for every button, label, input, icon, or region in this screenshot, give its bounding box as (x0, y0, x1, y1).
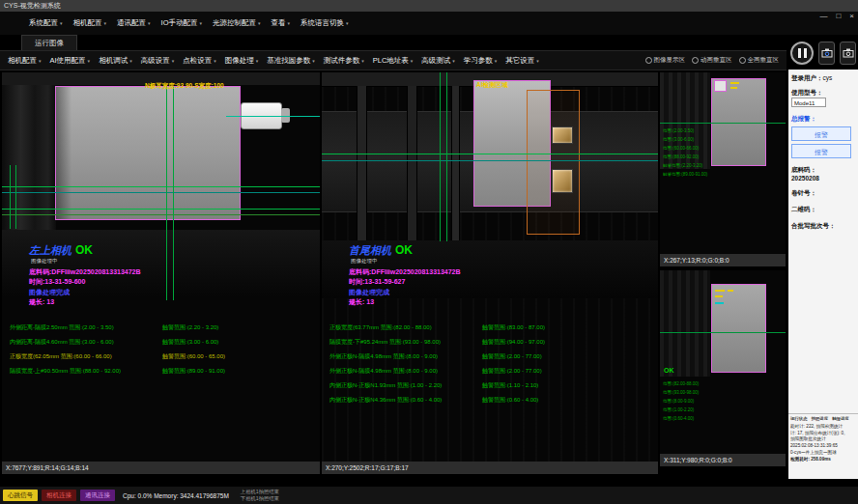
measure-line (2, 214, 320, 215)
length-text: 规长: 13 (29, 297, 54, 307)
camera-view-small-bottom[interactable]: OK 范围:(82.00-88.00) 范围:(93.00-98.00) 范围:… (660, 270, 786, 454)
measure-line (440, 72, 441, 241)
camera-view-middle[interactable]: AI检测区域 首尾相机OK 图像处理中 底料码:DFFIiiw202502081… (322, 72, 658, 462)
tab-contact (552, 169, 573, 193)
process-done-text: 图像处理完成 (349, 288, 389, 297)
alarm-box-1[interactable]: 报警 (791, 126, 851, 141)
camera-button-1[interactable] (818, 42, 835, 65)
stats-header-1: 现行状态 (790, 416, 808, 423)
toolbar-ai-config[interactable]: AI使用配置 (50, 56, 91, 66)
annotation-mark (715, 302, 724, 304)
menu-bar: 系统配置 相机配置 通讯配置 IO手动配置 光源控制配置 查看 系统语言切换 (0, 12, 858, 35)
minimize-button[interactable]: — (819, 11, 827, 22)
status-ok: OK (395, 243, 413, 257)
heartbeat-indicator: 心跳信号 (3, 490, 38, 501)
measure-line (446, 72, 447, 241)
toolbar-image-process[interactable]: 图像处理 (225, 56, 259, 66)
toolbar-datum-params[interactable]: 基准找圆参数 (267, 56, 315, 66)
camera-view-left[interactable]: N极耳宽度:93 90-S宽度:100 左上相机OK 图像处理中 底料码:DFF… (2, 72, 320, 462)
model-select[interactable]: Mode11 (791, 98, 826, 107)
menu-item-light-config[interactable]: 光源控制配置 (213, 18, 261, 28)
alarm-label: 总报警： (791, 115, 855, 124)
model-label: 使用型号： (791, 89, 823, 96)
measurement-row: 内侧正极N-正极N1.93mm 范围:(1.00 - 2.20)触警范围:(1.… (329, 381, 442, 390)
stats-line: 拍照图取批次统计 (790, 436, 856, 443)
mini-text: 触警范围:(2.20-3.20) (663, 163, 702, 168)
toolbar-spot-check[interactable]: 点检设置 (183, 56, 216, 66)
toolbar-learn-params[interactable]: 学习参数 (464, 56, 498, 66)
annotation-text: N极耳宽度:93 90-S宽度:100 (145, 82, 224, 91)
alarm-box-2[interactable]: 报警 (791, 144, 851, 158)
toolbar-camera-debug[interactable]: 相机调试 (99, 56, 132, 66)
login-label: 登录用户： (791, 74, 823, 81)
pause-button[interactable] (790, 42, 814, 65)
measurement-row: 外侧距离-隔膜2.50mm 范围:(2.00 - 3.50)触警范围:(2.20… (10, 323, 114, 332)
stats-panel: 现行状态 拍照进度 触报进度 耗时计: 222, 拍照检测统计 计: 17, 拍… (788, 413, 858, 479)
roi-marker (714, 80, 727, 92)
mini-text: 范围:(8.00-9.00) (663, 399, 694, 404)
measure-line (226, 116, 320, 117)
inspection-region (55, 86, 241, 220)
toolbar-test-params[interactable]: 测试件参数 (324, 56, 364, 66)
toolbar-other-settings[interactable]: 其它设置 (505, 56, 539, 66)
measure-line (2, 192, 320, 193)
camera-icon (821, 48, 833, 58)
menu-item-language[interactable]: 系统语言切换 (300, 18, 349, 28)
maximize-button[interactable]: □ (836, 11, 841, 22)
measurement-row: 隔膜宽度-下#95.24mm 范围:(93.00 - 98.00)触警范围:(9… (329, 338, 441, 347)
menu-item-io-config[interactable]: IO手动配置 (161, 18, 202, 28)
measurement-row: 正极宽度(62.05mm 范围:(60.00 - 66.00)触警范围:(60.… (10, 352, 112, 361)
window-title: CYS-视觉检测系统 (4, 2, 61, 9)
annotation-mark (728, 290, 733, 292)
machine-post (357, 86, 367, 240)
measurement-row: 外侧正极N-隔膜4.98mm 范围:(8.00 - 9.00)触警范围:(2.0… (329, 352, 438, 361)
menu-item-comm-config[interactable]: 通讯配置 (117, 18, 151, 28)
menu-item-system-config[interactable]: 系统配置 (29, 18, 63, 28)
process-done-text: 图像处理完成 (29, 288, 70, 297)
tab-run-image[interactable]: 运行图像 (21, 35, 77, 50)
stats-line: 检测耗时: 258.09ms (790, 457, 856, 463)
measure-line (2, 186, 320, 187)
comm-connection-indicator: 通讯连接 (80, 490, 115, 501)
menu-item-camera-config[interactable]: 相机配置 (73, 18, 107, 28)
status-bar: 心跳信号 相机连接 通讯连接 Cpu: 0.0% Memory: 3424.41… (0, 487, 858, 504)
close-button[interactable]: × (849, 11, 854, 22)
stats-line: 2025:02:08-13:31:39:65 (790, 443, 856, 450)
measure-line (2, 209, 320, 210)
mini-text: 范围:(88.00-92.00) (663, 154, 699, 159)
menu-item-view[interactable]: 查看 (272, 18, 291, 28)
toolbar-advanced-test[interactable]: 高级测试 (421, 56, 455, 66)
mini-text: 范围:(60.00-66.00) (663, 146, 699, 151)
batch-number-label: 合批写批次号： (791, 222, 855, 231)
pause-icon (804, 48, 807, 58)
annotation-mark (715, 290, 725, 292)
capture-messages: 上相机1拍照结束 下相机1拍照结束 (241, 489, 279, 502)
measure-line (10, 165, 11, 229)
ai-roi-box (527, 90, 580, 235)
cpu-memory-readout: Cpu: 0.0% Memory: 3424.41796875M (123, 492, 229, 499)
tab-contact (552, 126, 573, 144)
capture-message-bottom: 下相机1拍照结束 (241, 495, 279, 502)
view-mode-vertical[interactable]: 动画垂直区 (692, 56, 732, 65)
material-code-value: 20250208 (791, 175, 855, 182)
stats-line: 耗时计: 222, 拍照检测统计 (790, 424, 856, 431)
measurement-row: 外侧正极N-隔膜4.98mm 范围:(8.00 - 9.00)触警范围:(2.0… (329, 367, 438, 376)
annotation-text: AI检测区域 (476, 81, 508, 90)
stats-header-3: 触报进度 (832, 416, 849, 423)
camera-button-2[interactable] (840, 42, 856, 65)
processing-note: 图像处理中 (31, 258, 58, 265)
toolbar-camera-config[interactable]: 相机配置 (8, 56, 42, 66)
view-mode-full[interactable]: 全画垂直区 (739, 56, 780, 65)
stats-header-2: 拍照进度 (812, 416, 829, 423)
view-mode-display[interactable]: 图像显示区 (645, 56, 686, 65)
mini-text: 范围:(93.00-98.00) (663, 390, 699, 395)
toolbar-plc-table[interactable]: PLC地址表 (373, 56, 414, 66)
pin-number-label: 卷针号： (791, 189, 855, 198)
camera-view-small-top[interactable]: 范围:(2.00-3.50) 范围:(3.00-6.00) 范围:(60.00-… (660, 72, 786, 254)
title-bar: CYS-视觉检测系统 (0, 0, 858, 12)
toolbar-advanced-settings[interactable]: 高级设置 (141, 56, 175, 66)
time-text: 时间:13-31-59-627 (349, 277, 405, 287)
camera-title: 左上相机 (29, 244, 72, 256)
measure-line (322, 160, 658, 161)
capture-message-top: 上相机1拍照结束 (241, 489, 279, 495)
